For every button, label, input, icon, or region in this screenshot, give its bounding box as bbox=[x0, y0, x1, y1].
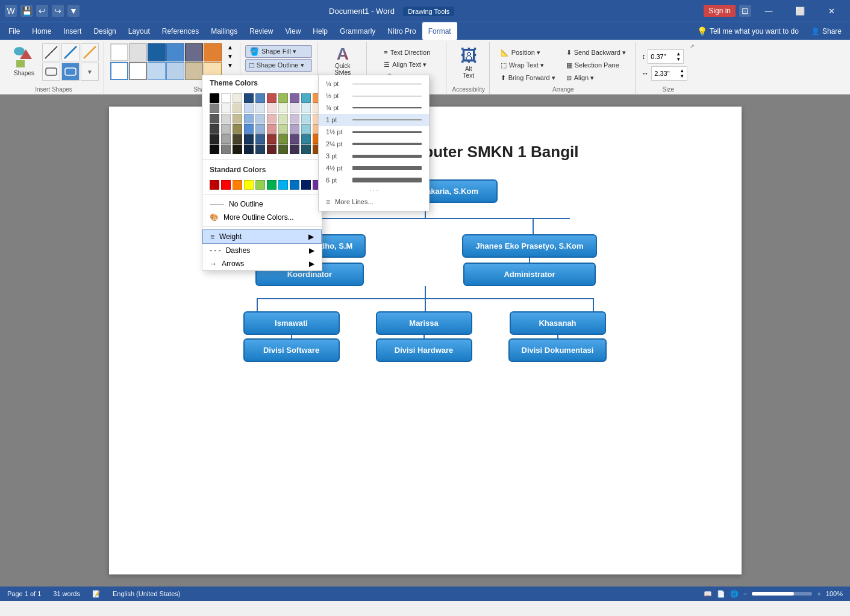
theme-color-cell[interactable] bbox=[221, 145, 231, 154]
theme-color-cell[interactable] bbox=[210, 124, 219, 134]
weight-item-7[interactable]: 4½ pt bbox=[319, 162, 429, 174]
menu-design[interactable]: Design bbox=[87, 22, 122, 40]
send-backward-button[interactable]: ⬇ Send Backward ▾ bbox=[562, 47, 630, 58]
menu-format[interactable]: Format bbox=[422, 22, 457, 40]
theme-color-cell[interactable] bbox=[267, 134, 277, 144]
shape-scroll-down[interactable]: ▼ bbox=[81, 63, 99, 81]
theme-color-cell[interactable] bbox=[255, 104, 265, 113]
theme-color-cell[interactable] bbox=[210, 134, 219, 144]
theme-color-cell[interactable] bbox=[290, 124, 299, 134]
theme-color-cell[interactable] bbox=[267, 93, 277, 103]
menu-references[interactable]: References bbox=[156, 22, 205, 40]
align-text-button[interactable]: ☰ Align Text ▾ bbox=[380, 59, 434, 70]
theme-color-cell[interactable] bbox=[221, 114, 231, 123]
menu-nitro-pro[interactable]: Nitro Pro bbox=[381, 22, 422, 40]
align-button[interactable]: ⊞ Align ▾ bbox=[562, 72, 630, 84]
style-cell-11[interactable] bbox=[185, 62, 203, 80]
word-icon[interactable]: W bbox=[5, 5, 17, 17]
theme-color-cell[interactable] bbox=[255, 124, 265, 134]
weight-item-0[interactable]: ¼ pt bbox=[319, 78, 429, 90]
menu-review[interactable]: Review bbox=[243, 22, 279, 40]
line-tool-diagonal[interactable] bbox=[42, 43, 60, 61]
shape-rect-rounded[interactable] bbox=[42, 63, 60, 81]
style-cell-6[interactable] bbox=[204, 43, 222, 61]
width-input[interactable]: 2.33" ▲ ▼ bbox=[651, 66, 687, 81]
theme-color-cell[interactable] bbox=[244, 104, 254, 113]
styles-down[interactable]: ▼ bbox=[225, 52, 235, 60]
ribbon-display-icon[interactable]: ⊡ bbox=[739, 5, 751, 17]
style-cell-10[interactable] bbox=[166, 62, 184, 80]
no-outline-item[interactable]: —— No Outline bbox=[202, 198, 322, 211]
theme-color-cell[interactable] bbox=[267, 145, 277, 154]
standard-color-cell[interactable] bbox=[278, 180, 288, 190]
standard-color-cell[interactable] bbox=[210, 180, 219, 190]
theme-color-cell[interactable] bbox=[290, 145, 299, 154]
height-up[interactable]: ▲ bbox=[676, 51, 681, 57]
style-cell-1[interactable] bbox=[110, 43, 128, 61]
theme-color-cell[interactable] bbox=[290, 114, 299, 123]
zoom-in-button[interactable]: + bbox=[817, 590, 820, 597]
position-button[interactable]: 📐 Position ▾ bbox=[496, 47, 560, 58]
read-mode-icon[interactable]: 📖 bbox=[704, 590, 712, 598]
theme-color-cell[interactable] bbox=[221, 134, 231, 144]
weight-item-8[interactable]: 6 pt bbox=[319, 174, 429, 186]
theme-color-cell[interactable] bbox=[290, 104, 299, 113]
org-box-bottom-2-name[interactable]: Khasanah bbox=[510, 311, 606, 335]
theme-color-cell[interactable] bbox=[233, 104, 242, 113]
menu-home[interactable]: Home bbox=[26, 22, 57, 40]
width-up[interactable]: ▲ bbox=[680, 68, 684, 73]
tell-me-input[interactable]: 💡 Tell me what you want to do bbox=[691, 22, 805, 40]
theme-color-cell[interactable] bbox=[278, 145, 288, 154]
weight-item[interactable]: ≡ Weight ▶ bbox=[202, 229, 322, 244]
theme-color-cell[interactable] bbox=[278, 134, 288, 144]
weight-item-5[interactable]: 2¼ pt bbox=[319, 138, 429, 150]
theme-color-cell[interactable] bbox=[255, 145, 265, 154]
theme-color-cell[interactable] bbox=[278, 124, 288, 134]
org-box-middle-right-role[interactable]: Administrator bbox=[463, 263, 596, 286]
theme-color-cell[interactable] bbox=[255, 93, 265, 103]
weight-item-2[interactable]: ¾ pt bbox=[319, 102, 429, 114]
theme-color-cell[interactable] bbox=[233, 93, 242, 103]
theme-color-cell[interactable] bbox=[267, 104, 277, 113]
more-outline-colors-item[interactable]: 🎨 More Outline Colors... bbox=[202, 211, 322, 224]
more-lines-item[interactable]: ≡More Lines... bbox=[319, 195, 429, 208]
style-cell-4[interactable] bbox=[166, 43, 184, 61]
style-cell-7[interactable] bbox=[110, 62, 128, 80]
width-down[interactable]: ▼ bbox=[680, 73, 684, 79]
theme-color-cell[interactable] bbox=[301, 104, 311, 113]
org-box-bottom-0-role[interactable]: Divisi Software bbox=[243, 338, 340, 362]
dashes-item[interactable]: - - - Dashes ▶ bbox=[202, 244, 322, 257]
wrap-text-button[interactable]: ⬚ Wrap Text ▾ bbox=[496, 60, 560, 71]
menu-help[interactable]: Help bbox=[307, 22, 334, 40]
standard-color-cell[interactable] bbox=[244, 180, 254, 190]
line-tool-orange[interactable] bbox=[81, 43, 99, 61]
menu-view[interactable]: View bbox=[280, 22, 307, 40]
org-box-bottom-1-role[interactable]: Divisi Hardware bbox=[376, 338, 472, 362]
text-direction-button[interactable]: ≡ Text Direction bbox=[380, 47, 434, 58]
standard-color-cell[interactable] bbox=[255, 180, 265, 190]
alt-text-button[interactable]: 🖼 AltText bbox=[456, 43, 481, 81]
theme-color-cell[interactable] bbox=[244, 134, 254, 144]
org-box-bottom-1-name[interactable]: Marissa bbox=[376, 311, 472, 335]
theme-color-cell[interactable] bbox=[267, 114, 277, 123]
shape-outline-button[interactable]: □ Shape Outline ▾ bbox=[245, 59, 312, 72]
theme-color-cell[interactable] bbox=[210, 145, 219, 154]
theme-color-cell[interactable] bbox=[210, 104, 219, 113]
arrows-item[interactable]: → Arrows ▶ bbox=[202, 257, 322, 270]
height-down[interactable]: ▼ bbox=[676, 57, 681, 62]
theme-color-cell[interactable] bbox=[278, 114, 288, 123]
print-layout-icon[interactable]: 📄 bbox=[717, 590, 725, 598]
weight-item-4[interactable]: 1½ pt bbox=[319, 126, 429, 138]
theme-color-cell[interactable] bbox=[267, 124, 277, 134]
minimize-button[interactable]: — bbox=[755, 0, 783, 22]
shape-fill-button[interactable]: 🪣 Shape Fill ▾ bbox=[245, 45, 312, 58]
theme-color-cell[interactable] bbox=[301, 145, 311, 154]
styles-more[interactable]: ▼ bbox=[225, 61, 235, 69]
theme-color-cell[interactable] bbox=[221, 104, 231, 113]
theme-color-cell[interactable] bbox=[210, 114, 219, 123]
style-cell-3[interactable] bbox=[148, 43, 166, 61]
bring-forward-button[interactable]: ⬆ Bring Forward ▾ bbox=[496, 72, 560, 84]
theme-color-cell[interactable] bbox=[290, 134, 299, 144]
theme-color-cell[interactable] bbox=[233, 134, 242, 144]
theme-color-cell[interactable] bbox=[221, 93, 231, 103]
